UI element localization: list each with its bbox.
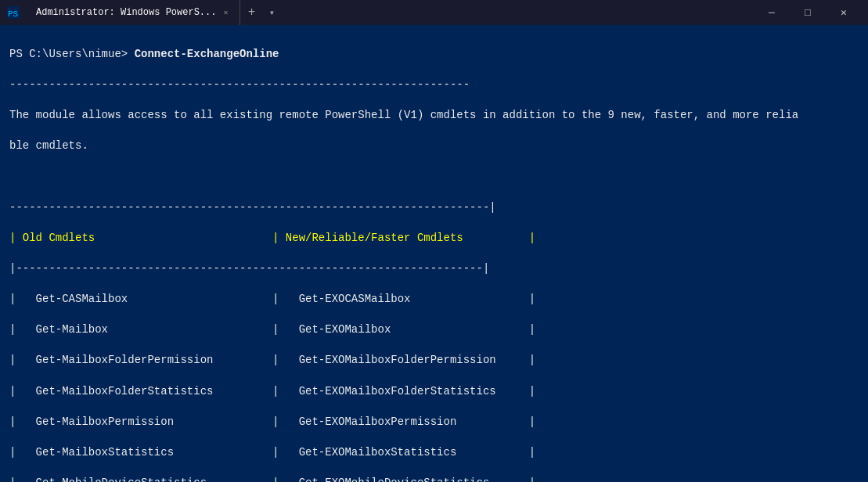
svg-text:PS: PS [8, 9, 19, 19]
table-row-6: | Get-MailboxStatistics | Get-EXOMailbox… [9, 445, 859, 461]
table-row-3: | Get-MailboxFolderPermission | Get-EXOM… [9, 353, 859, 369]
window-controls: ─ □ ✕ [754, 0, 862, 25]
table-row-7: | Get-MobileDeviceStatistics | Get-EXOMo… [9, 476, 859, 482]
desc-line-2: ble cmdlets. [9, 138, 859, 154]
prompt-1: PS C:\Users\nimue> [9, 48, 135, 60]
tab-powershell[interactable]: Administrator: Windows PowerS... ✕ [27, 0, 240, 25]
separator-1: ----------------------------------------… [9, 77, 859, 93]
app-icon: PS [6, 5, 20, 20]
blank-1 [9, 169, 859, 185]
table-row-4: | Get-MailboxFolderStatistics | Get-EXOM… [9, 384, 859, 400]
and-text: and [707, 109, 726, 121]
titlebar: PS Administrator: Windows PowerS... ✕ + … [0, 0, 868, 25]
table-row-1: | Get-CASMailbox | Get-EXOCASMailbox | [9, 292, 859, 308]
desc-line-1: The module allows access to all existing… [9, 108, 859, 124]
cmd-line-1: PS C:\Users\nimue> Connect-ExchangeOnlin… [9, 47, 859, 63]
tab-dropdown-button[interactable]: ▾ [262, 0, 281, 25]
tab-list: Administrator: Windows PowerS... ✕ + ▾ [27, 0, 754, 25]
maximize-button[interactable]: □ [790, 0, 826, 25]
separator-2: ----------------------------------------… [9, 200, 859, 216]
new-tab-button[interactable]: + [240, 0, 262, 25]
tab-close-button[interactable]: ✕ [221, 6, 230, 19]
table-row-2: | Get-Mailbox | Get-EXOMailbox | [9, 322, 859, 338]
minimize-button[interactable]: ─ [754, 0, 790, 25]
command-1: Connect-ExchangeOnline [135, 48, 279, 60]
table-header: | Old Cmdlets | New/Reliable/Faster Cmdl… [9, 231, 859, 246]
table-row-5: | Get-MailboxPermission | Get-EXOMailbox… [9, 415, 859, 430]
tab-label: Administrator: Windows PowerS... [36, 7, 216, 18]
close-button[interactable]: ✕ [826, 0, 862, 25]
terminal-output: PS C:\Users\nimue> Connect-ExchangeOnlin… [0, 25, 868, 482]
separator-3: |---------------------------------------… [9, 261, 859, 277]
